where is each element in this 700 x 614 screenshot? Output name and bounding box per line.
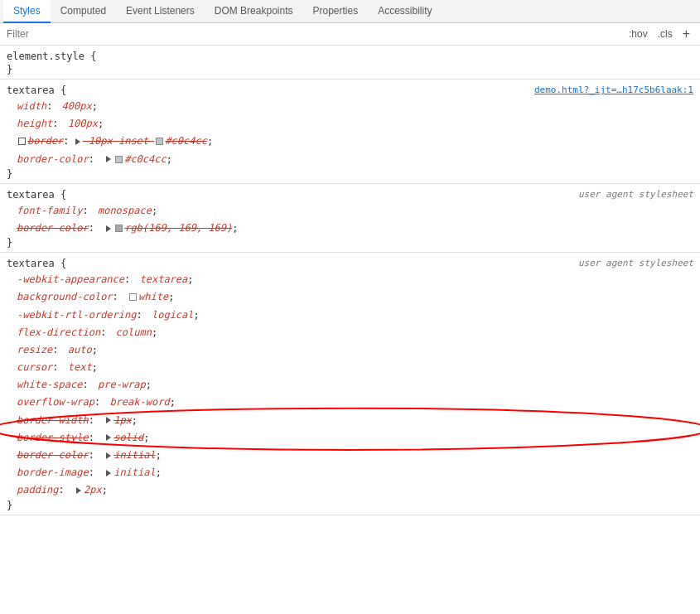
prop-value-border-width2: 1px [113, 413, 132, 428]
expand-border-width-arrow[interactable] [106, 417, 111, 423]
prop-semicolon: ; [156, 447, 162, 463]
prop-semicolon: ; [187, 272, 193, 288]
tab-event-listeners[interactable]: Event Listeners [116, 0, 205, 23]
rule-close-brace: } [0, 500, 700, 511]
add-rule-button[interactable]: + [679, 27, 693, 41]
prop-colon: : [52, 360, 64, 375]
prop-semicolon: ; [98, 116, 104, 132]
rule-textarea-1-source[interactable]: demo.html?_ijt=…h17c5b6laak:1 [534, 85, 693, 96]
prop-value-overflow-wrap: break-word [109, 394, 169, 410]
prop-colon: : [89, 413, 100, 428]
tab-dom-breakpoints[interactable]: DOM Breakpoints [205, 0, 303, 23]
rule-textarea-3-header: textarea { user agent stylesheet [0, 256, 700, 271]
prop-value-white-space: pre-wrap [98, 377, 146, 393]
filter-input[interactable] [0, 23, 619, 45]
rule-textarea-1: textarea { demo.html?_ijt=…h17c5b6laak:1… [0, 80, 700, 184]
tab-styles[interactable]: Styles [3, 0, 51, 23]
prop-name-background-color: background-color [17, 289, 113, 305]
prop-semicolon: ; [92, 360, 98, 375]
prop-value-webkit-appearance: textarea [140, 272, 188, 288]
prop-overflow-wrap: overflow-wrap : break-word ; [0, 394, 700, 411]
expand-border-color-arrow[interactable] [106, 156, 111, 162]
prop-border: border : 10px inset #c0c4cc ; [0, 133, 700, 150]
rule-textarea-2: textarea { user agent stylesheet font-fa… [0, 184, 700, 253]
filter-bar: :hov .cls + [0, 23, 700, 46]
prop-value-border-style: solid [113, 430, 143, 446]
prop-colon: : [89, 465, 100, 481]
prop-value-border-image: initial [113, 465, 156, 481]
prop-semicolon: ; [152, 203, 157, 219]
border-checkbox[interactable] [18, 138, 26, 145]
tabs-bar: Styles Computed Event Listeners DOM Brea… [0, 0, 700, 23]
prop-value-border-color-ua: rgb(169, 169, 169) [124, 220, 232, 236]
rule-textarea-2-header: textarea { user agent stylesheet [0, 187, 700, 202]
prop-cursor: cursor : text ; [0, 359, 700, 376]
background-color-swatch[interactable] [129, 293, 137, 301]
prop-semicolon: ; [207, 133, 213, 149]
prop-name-flex-direction: flex-direction [17, 325, 100, 341]
prop-colon: : [137, 307, 148, 323]
prop-value-height: 100px [68, 116, 98, 132]
prop-name-border-color-ua: border-color [17, 220, 89, 236]
prop-colon: : [52, 116, 64, 132]
expand-border-arrow[interactable] [75, 138, 80, 145]
prop-name-overflow-wrap: overflow-wrap [17, 394, 94, 410]
prop-name-cursor: cursor [17, 360, 52, 375]
prop-name-white-space: white-space [17, 377, 82, 393]
prop-colon: : [89, 152, 100, 167]
expand-border-color-ua-arrow[interactable] [106, 225, 111, 232]
rule-selector: element.style { [7, 51, 96, 62]
prop-colon: : [82, 377, 94, 393]
rule-textarea-3-source: user agent stylesheet [578, 258, 693, 269]
expand-border-color-3-arrow[interactable] [106, 452, 111, 459]
prop-width: width : 400px ; [0, 98, 700, 115]
prop-border-width: border-width : 1px ; [0, 412, 700, 429]
prop-name-webkit-appearance: -webkit-appearance [17, 272, 124, 288]
prop-name-resize: resize [17, 342, 52, 358]
prop-colon: : [124, 272, 136, 288]
cls-button[interactable]: .cls [654, 27, 676, 41]
expand-border-style-arrow[interactable] [106, 434, 111, 441]
prop-border-image: border-image : initial ; [0, 464, 700, 481]
rule-textarea-2-source: user agent stylesheet [578, 189, 693, 201]
rule-close-brace: } [0, 168, 700, 180]
rule-textarea-3: textarea { user agent stylesheet -webkit… [0, 253, 700, 515]
prop-border-color-3: border-color : initial ; [0, 447, 700, 464]
prop-height: height : 100px ; [0, 115, 700, 133]
rule-close-brace: } [0, 64, 700, 75]
prop-flex-direction: flex-direction : column ; [0, 324, 700, 341]
styles-scroll-area[interactable]: element.style { } textarea { demo.html?_… [0, 46, 700, 595]
prop-semicolon: ; [170, 394, 176, 410]
prop-name-webkit-rtl: -webkit-rtl-ordering [17, 307, 137, 323]
prop-colon: : [89, 430, 100, 446]
prop-semicolon: ; [156, 465, 162, 481]
prop-white-space: white-space : pre-wrap ; [0, 376, 700, 394]
border-color-ua-swatch[interactable] [115, 225, 123, 232]
tab-properties[interactable]: Properties [302, 0, 368, 23]
filter-controls: :hov .cls + [619, 27, 700, 41]
border-color-swatch2[interactable] [115, 156, 123, 163]
prop-semicolon: ; [143, 430, 149, 446]
tab-accessibility[interactable]: Accessibility [368, 0, 442, 23]
prop-colon: : [100, 325, 112, 341]
prop-value-border-color-3: initial [113, 447, 156, 463]
prop-name-border-width: border-width [17, 413, 89, 428]
prop-border-color: border-color : #c0c4cc ; [0, 151, 700, 168]
tab-computed[interactable]: Computed [51, 0, 116, 23]
rule-textarea-1-selector: textarea { [7, 85, 66, 96]
hov-button[interactable]: :hov [625, 27, 651, 41]
prop-font-family: font-family : monospace ; [0, 202, 700, 220]
prop-value-flex-direction: column [116, 325, 152, 341]
prop-value-border-color2: #c0c4cc [124, 152, 167, 167]
prop-value-resize: auto [68, 342, 92, 358]
expand-border-image-arrow[interactable] [106, 470, 111, 476]
border-color-swatch[interactable] [156, 138, 163, 145]
prop-value-webkit-rtl: logical [152, 307, 194, 323]
expand-padding-arrow[interactable] [76, 487, 81, 494]
prop-colon: : [113, 289, 124, 305]
prop-webkit-appearance: -webkit-appearance : textarea ; [0, 271, 700, 288]
rule-element-style: element.style { } [0, 46, 700, 80]
prop-semicolon: ; [194, 307, 200, 323]
prop-value-background-color: white [138, 289, 168, 305]
rule-textarea-1-header: textarea { demo.html?_ijt=…h17c5b6laak:1 [0, 83, 700, 98]
